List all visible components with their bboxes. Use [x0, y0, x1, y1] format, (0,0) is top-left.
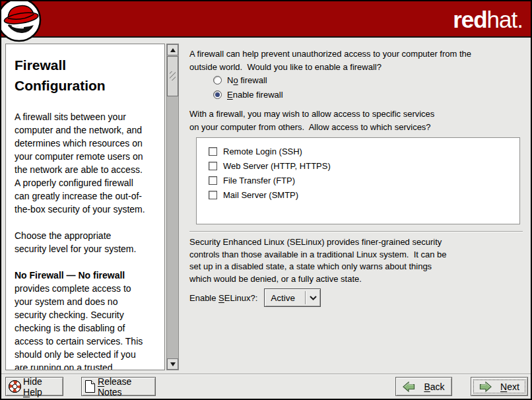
help-title: Firewall Configuration — [15, 55, 159, 96]
back-button[interactable]: Back — [395, 377, 452, 396]
service-remote-login-ssh[interactable]: Remote Login (SSH) — [209, 144, 519, 158]
brand-hat: hat — [487, 7, 517, 32]
footer-separator — [1, 374, 531, 375]
brand-red: red — [453, 7, 486, 32]
checkbox-icon[interactable] — [209, 147, 217, 156]
release-notes-button[interactable]: Release Notes — [81, 377, 156, 396]
help-scrollbar[interactable] — [166, 44, 179, 370]
life-preserver-icon — [8, 380, 22, 393]
service-label: Remote Login (SSH) — [223, 147, 302, 156]
checkbox-icon[interactable] — [209, 191, 217, 199]
redhat-shadowman-logo-icon — [0, 0, 45, 48]
radio-no-firewall[interactable]: No firewall — [213, 75, 267, 85]
service-mail-server-smtp[interactable]: Mail Server (SMTP) — [209, 187, 519, 202]
scroll-down-button[interactable] — [167, 358, 178, 370]
arrow-right-icon — [479, 382, 492, 392]
document-icon — [84, 380, 96, 393]
service-web-server[interactable]: Web Server (HTTP, HTTPS) — [209, 158, 519, 173]
selinux-dropdown-value: Active — [265, 293, 305, 303]
checkbox-icon[interactable] — [209, 162, 217, 170]
arrow-left-icon — [403, 382, 415, 392]
header-banner: redhat. — [1, 1, 531, 38]
next-label: Next — [500, 382, 519, 392]
services-list: Remote Login (SSH) Web Server (HTTP, HTT… — [196, 137, 520, 224]
release-notes-label: Release Notes — [98, 376, 155, 397]
help-paragraph-2: Choose the appropriate security level fo… — [15, 229, 159, 255]
service-label: Web Server (HTTP, HTTPS) — [223, 161, 331, 171]
radio-button-selected-icon — [213, 90, 222, 99]
next-button[interactable]: Next — [471, 377, 528, 396]
help-panel: Firewall Configuration A firewall sits b… — [5, 44, 165, 370]
checkbox-icon[interactable] — [209, 176, 217, 185]
service-label: File Transfer (FTP) — [223, 176, 295, 185]
radio-button-icon — [213, 76, 222, 84]
arrow-up-icon — [170, 48, 176, 52]
radio-enable-firewall-label: Enable firewall — [227, 90, 283, 100]
service-label: Mail Server (SMTP) — [223, 190, 298, 200]
arrow-down-icon — [170, 362, 176, 366]
radio-no-firewall-label: No firewall — [227, 75, 267, 85]
selinux-description-text: Security Enhanced Linux (SELinux) provid… — [189, 236, 447, 285]
help-paragraph-3: No Firewall — No firewall provides compl… — [15, 269, 159, 370]
hide-help-label: Hide Help — [23, 376, 63, 397]
radio-enable-firewall[interactable]: Enable firewall — [213, 90, 283, 100]
help-paragraph-3-bold: No Firewall — No firewall — [15, 270, 125, 281]
scrollbar-thumb[interactable] — [167, 56, 178, 96]
service-file-transfer-ftp[interactable]: File Transfer (FTP) — [209, 173, 519, 187]
chevron-down-icon — [306, 296, 320, 300]
services-intro-text: With a firewall, you may wish to allow a… — [189, 108, 434, 134]
help-paragraph-3-rest: provides complete access to your system … — [15, 283, 143, 370]
help-paragraph-1: A firewall sits between your computer an… — [15, 110, 159, 216]
back-label: Back — [424, 382, 444, 392]
hide-help-button[interactable]: Hide Help — [5, 377, 63, 396]
redhat-wordmark: redhat. — [453, 5, 523, 34]
enable-selinux-label: Enable SELinux?: — [189, 293, 257, 303]
installer-window: redhat. Firewall Configuration A firewal… — [0, 0, 532, 400]
selinux-setting-row: Enable SELinux?: Active — [189, 288, 321, 307]
scroll-up-button[interactable] — [167, 44, 178, 55]
brand-dot: . — [517, 7, 523, 32]
firewall-intro-text: A firewall can help prevent unauthorized… — [189, 48, 471, 74]
selinux-separator — [189, 231, 523, 232]
selinux-dropdown[interactable]: Active — [264, 288, 321, 307]
